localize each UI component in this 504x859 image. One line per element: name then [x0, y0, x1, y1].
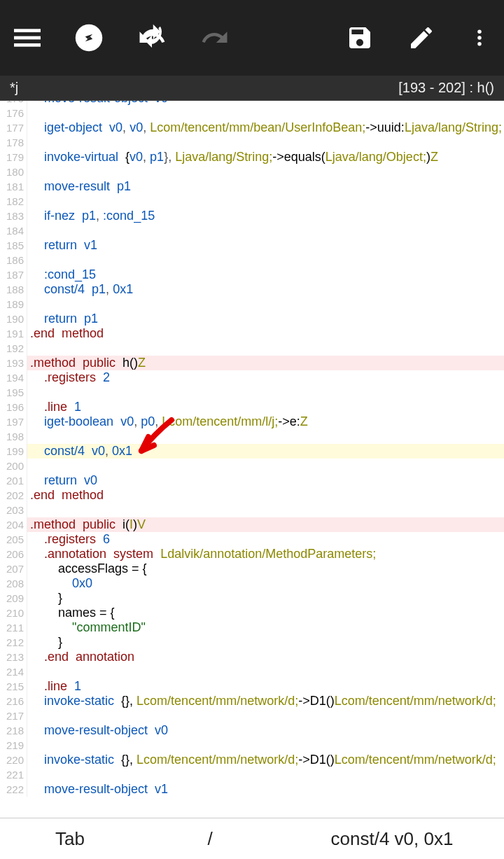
code-line[interactable]: move-result-object v0 — [27, 101, 504, 106]
svg-point-8 — [477, 42, 482, 46]
code-line[interactable] — [27, 297, 504, 312]
svg-point-7 — [477, 36, 482, 40]
undo-icon[interactable] — [137, 23, 167, 53]
code-line[interactable] — [27, 767, 504, 782]
code-line[interactable]: const/4 v0, 0x1 — [27, 444, 504, 459]
code-line[interactable]: return v1 — [27, 238, 504, 253]
code-line[interactable]: .registers 2 — [27, 370, 504, 385]
menu-icon[interactable] — [14, 25, 41, 51]
code-line[interactable]: iget-object v0, v0, Lcom/tencent/mm/bean… — [27, 120, 504, 135]
code-line[interactable]: invoke-static {}, Lcom/tencent/mm/networ… — [27, 753, 504, 767]
code-line[interactable] — [27, 165, 504, 179]
code-line[interactable]: if-nez p1, :cond_15 — [27, 209, 504, 223]
key-slash[interactable]: / — [140, 828, 280, 850]
code-line[interactable] — [27, 664, 504, 679]
code-line[interactable] — [27, 503, 504, 517]
tab-name[interactable]: *j — [10, 80, 18, 96]
code-line[interactable] — [27, 223, 504, 238]
svg-rect-0 — [14, 29, 41, 32]
code-line[interactable]: invoke-static {}, Lcom/tencent/mm/networ… — [27, 694, 504, 708]
code-line[interactable]: invoke-virtual {v0, p1}, Ljava/lang/Stri… — [27, 150, 504, 165]
compass-icon[interactable] — [74, 23, 104, 53]
code-line[interactable]: iget-boolean v0, p0, Lcom/tencent/mm/l/j… — [27, 414, 504, 429]
code-line[interactable]: move-result p1 — [27, 179, 504, 194]
overflow-icon[interactable] — [469, 24, 490, 52]
tab-bar: *j [193 - 202] : h() — [0, 76, 504, 101]
tab-range: [193 - 202] : h() — [398, 80, 494, 96]
code-line[interactable]: move-result-object v1 — [27, 782, 504, 797]
redo-icon[interactable] — [200, 23, 230, 53]
code-line[interactable]: } — [27, 635, 504, 650]
svg-rect-1 — [14, 36, 41, 40]
code-line[interactable]: accessFlags = { — [27, 561, 504, 576]
code-line[interactable]: .line 1 — [27, 679, 504, 694]
code-line[interactable] — [27, 459, 504, 473]
code-line[interactable] — [27, 708, 504, 723]
code-line[interactable]: .end annotation — [27, 650, 504, 664]
code-line[interactable]: } — [27, 591, 504, 606]
code-line[interactable] — [27, 194, 504, 209]
code-line[interactable] — [27, 341, 504, 356]
code-line[interactable] — [27, 385, 504, 400]
code-line[interactable]: .end method — [27, 488, 504, 503]
code-line[interactable]: names = { — [27, 606, 504, 620]
code-line[interactable]: .method public h()Z — [27, 356, 504, 370]
code-line[interactable]: :cond_15 — [27, 267, 504, 282]
code-line[interactable]: move-result-object v0 — [27, 723, 504, 738]
code-line[interactable]: .registers 6 — [27, 532, 504, 547]
code-line[interactable]: "commentID" — [27, 620, 504, 635]
code-line[interactable]: .annotation system Ldalvik/annotation/Me… — [27, 547, 504, 561]
code-editor[interactable]: 1751761771781791801811821831841851861871… — [0, 101, 504, 818]
code-line[interactable]: return v0 — [27, 473, 504, 488]
toolbar — [0, 0, 504, 76]
key-tab[interactable]: Tab — [0, 828, 140, 850]
svg-rect-2 — [14, 43, 41, 47]
bottom-bar: Tab / const/4 v0, 0x1 — [0, 818, 504, 859]
svg-point-6 — [477, 30, 482, 34]
code-line[interactable]: return p1 — [27, 312, 504, 326]
code-line[interactable]: .line 1 — [27, 400, 504, 414]
line-gutter: 1751761771781791801811821831841851861871… — [0, 101, 27, 797]
code-line[interactable] — [27, 738, 504, 753]
code-line[interactable]: .method public i(I)V — [27, 517, 504, 532]
code-line[interactable] — [27, 135, 504, 150]
code-line[interactable] — [27, 106, 504, 120]
code-area[interactable]: move-result-object v0 iget-object v0, v0… — [27, 101, 504, 797]
selection-text[interactable]: const/4 v0, 0x1 — [280, 828, 504, 850]
code-line[interactable]: const/4 p1, 0x1 — [27, 282, 504, 297]
code-line[interactable] — [27, 429, 504, 444]
code-line[interactable] — [27, 253, 504, 267]
edit-icon[interactable] — [407, 24, 435, 52]
code-line[interactable]: .end method — [27, 326, 504, 341]
save-icon[interactable] — [346, 24, 374, 52]
code-line[interactable]: 0x0 — [27, 576, 504, 591]
